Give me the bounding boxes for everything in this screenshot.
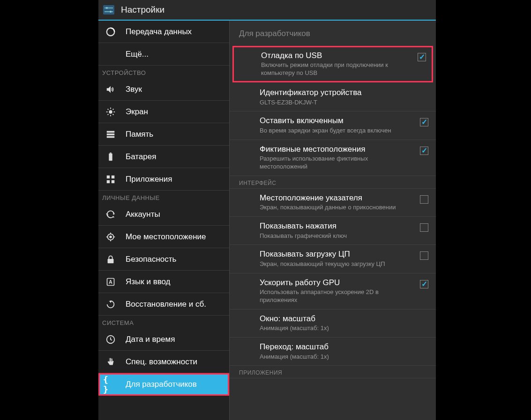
language-icon: A — [103, 274, 118, 289]
settings-window: Настройки Передача данных Ещё... УСТРОЙС… — [98, 0, 436, 420]
lock-icon — [103, 252, 118, 267]
sidebar-item-battery[interactable]: Батарея — [98, 146, 229, 168]
pref-stay-awake[interactable]: Оставить включенным Во время зарядки экр… — [230, 111, 436, 140]
sidebar-item-label: Память — [126, 130, 153, 139]
content-pane: Для разработчиков Отладка по USB Включит… — [230, 21, 436, 420]
sidebar-item-location[interactable]: Мое местоположение — [98, 226, 229, 248]
clock-icon — [103, 332, 118, 347]
svg-rect-18 — [109, 153, 112, 161]
sidebar-item-storage[interactable]: Память — [98, 123, 229, 146]
sidebar-item-label: Передача данных — [126, 27, 192, 37]
battery-icon — [103, 149, 118, 164]
svg-point-25 — [110, 236, 112, 238]
category-interface: ИНТЕРФЕЙС — [230, 176, 436, 189]
volume-icon — [103, 82, 118, 97]
pref-summary: Показывать графический ключ — [260, 232, 415, 240]
blank-icon — [103, 47, 118, 62]
svg-rect-30 — [108, 259, 114, 263]
svg-point-4 — [110, 11, 112, 13]
sidebar-item-data-usage[interactable]: Передача данных — [98, 21, 229, 43]
apps-icon — [103, 172, 118, 187]
pref-force-gpu[interactable]: Ускорить работу GPU Использовать аппарат… — [230, 273, 436, 309]
sidebar-item-label: Аккаунты — [126, 210, 160, 219]
pref-title: Фиктивные местоположения — [260, 145, 415, 154]
svg-line-13 — [108, 114, 109, 115]
pref-summary: Экран, показывающий текущую загрузку ЦП — [260, 260, 415, 268]
sidebar-item-language[interactable]: A Язык и ввод — [98, 271, 229, 293]
svg-rect-20 — [107, 175, 110, 178]
data-usage-icon — [103, 24, 118, 39]
pref-usb-debugging[interactable]: Отладка по USB Включить режим отладки пр… — [232, 46, 433, 82]
pref-summary: Анимация (масштаб: 1x) — [260, 353, 425, 361]
header: Настройки — [98, 0, 436, 21]
section-system: СИСТЕМА — [98, 316, 229, 328]
sidebar-item-accounts[interactable]: Аккаунты — [98, 203, 229, 226]
svg-line-12 — [113, 114, 114, 115]
header-title: Настройки — [121, 5, 165, 15]
pref-title: Показывать загрузку ЦП — [260, 250, 415, 259]
checkbox-icon[interactable] — [418, 53, 426, 61]
settings-icon — [102, 3, 115, 16]
pref-show-touches[interactable]: Показывать нажатия Показывать графически… — [230, 217, 436, 245]
sidebar-item-apps[interactable]: Приложения — [98, 168, 229, 191]
svg-point-6 — [109, 110, 112, 113]
pref-summary: Во время зарядки экран будет всегда вклю… — [260, 127, 415, 135]
pref-summary: Анимация (масштаб: 1x) — [260, 324, 425, 332]
checkbox-icon[interactable] — [420, 280, 428, 288]
checkbox-icon[interactable] — [420, 251, 428, 260]
sidebar-item-sound[interactable]: Звук — [98, 78, 229, 101]
body: Передача данных Ещё... УСТРОЙСТВО Звук Э… — [98, 21, 436, 420]
location-icon — [103, 229, 118, 244]
sidebar-item-security[interactable]: Безопасность — [98, 248, 229, 271]
pref-title: Окно: масштаб — [260, 314, 425, 324]
braces-icon: { } — [103, 377, 118, 392]
pref-mock-locations[interactable]: Фиктивные местоположения Разрешить испол… — [230, 140, 436, 176]
sidebar-item-label: Экран — [126, 107, 148, 117]
pref-device-id[interactable]: Идентификатор устройства GLTS-EZ3B-DKJW-… — [230, 83, 436, 111]
checkbox-icon[interactable] — [420, 223, 428, 232]
sidebar-item-backup[interactable]: Восстановление и сб. — [98, 293, 229, 316]
sync-icon — [103, 207, 118, 222]
brightness-icon — [103, 104, 118, 119]
backup-icon — [103, 297, 118, 312]
checkbox-icon[interactable] — [420, 118, 428, 126]
storage-icon — [103, 127, 118, 142]
sidebar-item-label: Мое местоположение — [126, 232, 206, 242]
pref-title: Местоположение указателя — [260, 193, 415, 203]
sidebar-item-datetime[interactable]: Дата и время — [98, 328, 229, 351]
sidebar-item-label: Ещё... — [126, 50, 149, 59]
section-personal: ЛИЧНЫЕ ДАННЫЕ — [98, 191, 229, 203]
category-apps: ПРИЛОЖЕНИЯ — [230, 366, 436, 378]
pref-title: Отладка по USB — [261, 51, 413, 60]
sidebar-item-display[interactable]: Экран — [98, 101, 229, 123]
sidebar-item-label: Батарея — [126, 152, 156, 162]
pref-summary: Экран, показывающий данные о прикосновен… — [260, 204, 415, 212]
sidebar-item-label: Безопасность — [126, 255, 176, 264]
svg-rect-21 — [112, 175, 114, 178]
section-device: УСТРОЙСТВО — [98, 66, 229, 78]
pref-summary: Использовать аппаратное ускорение 2D в п… — [260, 288, 415, 304]
pref-transition-anim[interactable]: Переход: масштаб Анимация (масштаб: 1x) — [230, 338, 436, 366]
hand-icon — [103, 354, 118, 369]
content-title: Для разработчиков — [230, 21, 436, 45]
checkbox-icon[interactable] — [420, 195, 428, 204]
svg-rect-22 — [107, 180, 110, 183]
sidebar: Передача данных Ещё... УСТРОЙСТВО Звук Э… — [98, 21, 230, 420]
pref-summary: Включить режим отладки при подключении к… — [261, 61, 413, 77]
sidebar-item-accessibility[interactable]: Спец. возможности — [98, 351, 229, 373]
svg-text:A: A — [109, 279, 112, 285]
svg-rect-17 — [107, 136, 115, 138]
checkbox-icon[interactable] — [420, 147, 428, 155]
svg-line-14 — [113, 109, 114, 110]
pref-pointer-location[interactable]: Местоположение указателя Экран, показыва… — [230, 189, 436, 217]
svg-rect-23 — [112, 180, 114, 183]
sidebar-item-label: Восстановление и сб. — [126, 300, 206, 309]
pref-summary: Разрешить использование фиктивных местоп… — [260, 155, 415, 171]
sidebar-item-developer[interactable]: { } Для разработчиков — [98, 373, 229, 396]
pref-show-cpu[interactable]: Показывать загрузку ЦП Экран, показывающ… — [230, 245, 436, 273]
sidebar-item-more[interactable]: Ещё... — [98, 43, 229, 66]
pref-window-anim[interactable]: Окно: масштаб Анимация (масштаб: 1x) — [230, 309, 436, 338]
pref-title: Переход: масштаб — [260, 342, 425, 352]
svg-rect-0 — [103, 5, 114, 15]
svg-rect-16 — [107, 133, 115, 135]
